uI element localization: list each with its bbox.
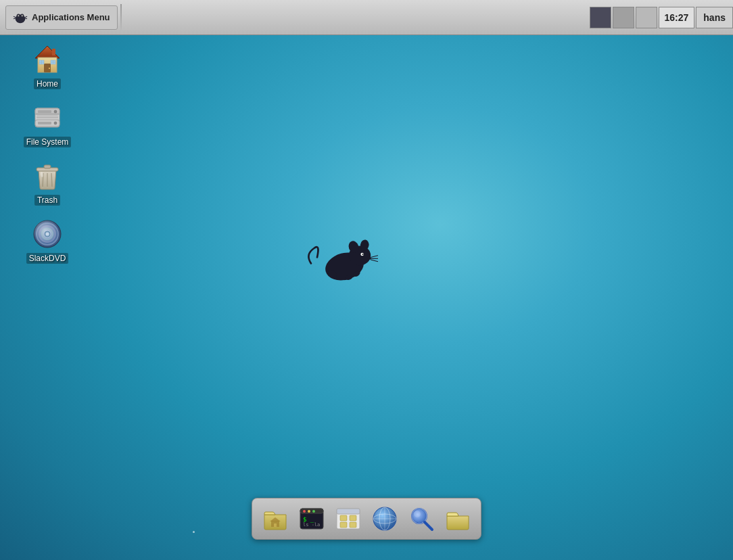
svg-point-29 bbox=[54, 122, 57, 124]
svg-rect-59 bbox=[274, 523, 277, 527]
user-display: hans bbox=[696, 7, 733, 28]
svg-point-6 bbox=[22, 15, 22, 16]
svg-point-63 bbox=[308, 510, 310, 513]
svg-line-35 bbox=[51, 173, 52, 187]
dock-home-folder-icon bbox=[262, 505, 289, 532]
svg-line-7 bbox=[14, 16, 16, 18]
home-icon bbox=[31, 43, 64, 76]
filesystem-icon bbox=[31, 101, 64, 134]
svg-rect-24 bbox=[35, 113, 60, 115]
trash-label: Trash bbox=[34, 195, 60, 206]
desktop-icons-area: Home File System bbox=[20, 41, 74, 266]
home-label: Home bbox=[34, 78, 61, 89]
svg-rect-69 bbox=[340, 515, 347, 521]
dock-browser-icon bbox=[371, 505, 398, 532]
svg-rect-21 bbox=[52, 49, 55, 55]
workspace-2[interactable] bbox=[613, 7, 634, 28]
svg-point-5 bbox=[18, 15, 19, 16]
dock-file-manager[interactable] bbox=[332, 503, 364, 535]
cursor-position bbox=[193, 531, 195, 533]
svg-point-62 bbox=[303, 510, 306, 513]
clock-display: 16:27 bbox=[659, 7, 695, 28]
taskbar-right-section: 16:27 hans bbox=[590, 7, 734, 28]
slackdvd-label: SlackDVD bbox=[26, 253, 69, 264]
desktop-icon-trash[interactable]: Trash bbox=[20, 157, 74, 208]
dock-search[interactable] bbox=[405, 503, 438, 535]
svg-point-14 bbox=[49, 68, 50, 69]
desktop-icon-slackdvd[interactable]: SlackDVD bbox=[20, 215, 74, 266]
dock-home-folder[interactable] bbox=[259, 503, 291, 535]
svg-rect-71 bbox=[340, 522, 347, 528]
taskbar-top: Applications Menu 16:27 hans bbox=[0, 0, 733, 35]
dock-folder-icon bbox=[444, 505, 471, 532]
workspace-3[interactable] bbox=[636, 7, 657, 28]
dock-file-manager-icon bbox=[335, 505, 362, 532]
dock-search-icon bbox=[408, 505, 435, 532]
svg-point-43 bbox=[46, 233, 49, 236]
dock-browser[interactable] bbox=[369, 503, 401, 535]
svg-rect-30 bbox=[37, 116, 58, 118]
svg-rect-32 bbox=[44, 165, 51, 168]
svg-line-9 bbox=[24, 16, 27, 18]
trash-icon bbox=[31, 160, 64, 192]
dock-terminal[interactable]: $ _ ls -la bbox=[295, 503, 328, 535]
applications-menu-button[interactable]: Applications Menu bbox=[5, 5, 118, 30]
svg-rect-72 bbox=[350, 522, 356, 528]
desktop-background bbox=[0, 0, 733, 560]
app-menu-label: Applications Menu bbox=[32, 12, 110, 22]
dock-terminal-icon: $ _ ls -la bbox=[298, 505, 325, 532]
dock-folder[interactable] bbox=[442, 503, 474, 535]
xfce-logo-icon bbox=[13, 10, 28, 25]
svg-rect-68 bbox=[337, 509, 360, 514]
svg-point-27 bbox=[54, 110, 57, 113]
svg-text:ls -la: ls -la bbox=[303, 522, 320, 528]
taskbar-divider bbox=[120, 4, 122, 31]
workspace-1[interactable] bbox=[590, 7, 611, 28]
svg-point-64 bbox=[312, 510, 315, 513]
filesystem-label: File System bbox=[24, 137, 72, 147]
svg-rect-70 bbox=[350, 515, 356, 521]
svg-line-80 bbox=[425, 522, 432, 530]
dvd-icon bbox=[31, 218, 64, 250]
svg-rect-28 bbox=[38, 122, 51, 124]
desktop-icon-filesystem[interactable]: File System bbox=[20, 99, 74, 150]
svg-rect-26 bbox=[38, 110, 51, 113]
svg-point-81 bbox=[414, 511, 421, 517]
desktop-icon-home[interactable]: Home bbox=[20, 41, 74, 92]
svg-marker-11 bbox=[35, 46, 60, 58]
bottom-dock: $ _ ls -la bbox=[252, 498, 481, 540]
